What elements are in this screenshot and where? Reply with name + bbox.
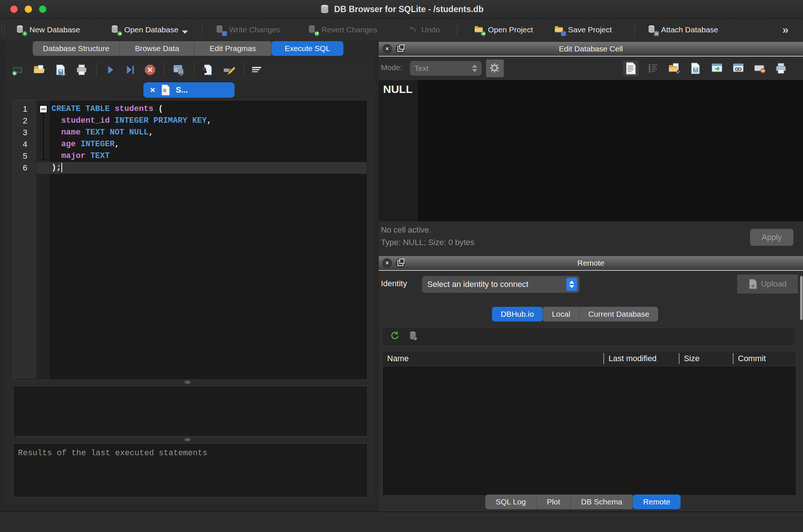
identity-select[interactable]: Select an identity to connect <box>422 276 579 293</box>
text-view-icon[interactable] <box>623 60 639 76</box>
new-database-button[interactable]: + New Database <box>15 19 80 40</box>
toolbar-overflow-button[interactable]: » <box>782 19 789 40</box>
database-open-icon: ➔ <box>110 25 121 35</box>
cell-status-line1: No cell active. <box>381 225 431 235</box>
chevron-down-icon[interactable] <box>182 30 188 34</box>
results-grid-panel[interactable] <box>13 386 368 436</box>
copy-link-icon[interactable] <box>730 60 746 76</box>
word-wrap-icon[interactable] <box>645 60 661 76</box>
float-panel-icon[interactable] <box>396 258 405 268</box>
results-message-panel[interactable]: Results of the last executed statements <box>13 443 368 497</box>
text-cursor <box>61 163 62 172</box>
import-data-icon[interactable] <box>666 60 682 76</box>
export-sql-icon[interactable] <box>200 62 215 77</box>
column-header-last-modified[interactable]: Last modified <box>603 353 679 364</box>
tab-dbhub[interactable]: DBHub.io <box>492 307 543 321</box>
save-sql-file-icon[interactable] <box>53 62 68 77</box>
tab-remote[interactable]: Remote <box>633 495 681 509</box>
project-save-icon <box>554 25 564 35</box>
pane-splitter[interactable] <box>375 40 379 511</box>
code-line[interactable]: age INTEGER, <box>37 139 367 150</box>
open-external-icon[interactable] <box>709 60 725 76</box>
remote-file-table[interactable]: Name Last modified Size Commit <box>382 351 796 496</box>
refresh-icon[interactable] <box>389 331 400 342</box>
tab-plot[interactable]: Plot <box>536 495 571 509</box>
print-cell-icon[interactable] <box>773 60 789 76</box>
code-line[interactable]: major TEXT <box>37 150 367 162</box>
code-token: major <box>61 151 90 161</box>
link-badge-icon: ∞ <box>654 31 659 36</box>
toolbar-separator <box>243 63 244 76</box>
window-title: DB Browser for SQLite - /students.db <box>334 4 483 14</box>
tab-edit-pragmas[interactable]: Edit Pragmas <box>194 41 271 56</box>
new-tab-icon[interactable] <box>10 62 25 77</box>
write-changes-button[interactable]: Write Changes <box>215 19 280 40</box>
fold-collapse-icon[interactable] <box>39 105 47 113</box>
undo-button[interactable]: Undo <box>407 19 440 40</box>
sql-editor-toolbar <box>5 59 375 82</box>
column-header-name[interactable]: Name <box>383 353 603 364</box>
undo-icon <box>407 25 418 35</box>
close-panel-icon[interactable]: × <box>382 258 392 268</box>
table-header-row: Name Last modified Size Commit <box>383 351 796 366</box>
splitter-handle[interactable] <box>185 381 190 384</box>
tab-db-schema[interactable]: DB Schema <box>571 495 633 509</box>
open-database-button[interactable]: ➔ Open Database <box>110 19 188 40</box>
float-panel-icon[interactable] <box>396 44 405 54</box>
upload-button[interactable]: Upload <box>737 274 798 294</box>
export-data-icon[interactable] <box>688 60 704 76</box>
splitter-handle[interactable] <box>185 438 190 441</box>
apply-button[interactable]: Apply <box>750 229 793 246</box>
column-header-size[interactable]: Size <box>679 353 733 364</box>
auto-apply-gear-icon[interactable] <box>486 60 504 77</box>
code-lines: CREATE TABLE students ( student_id INTEG… <box>37 100 367 174</box>
identity-value: Select an identity to connect <box>427 280 528 289</box>
tab-browse-data[interactable]: Browse Data <box>120 41 194 56</box>
line-number-gutter: 123456 <box>14 100 37 379</box>
tab-local[interactable]: Local <box>543 307 579 321</box>
column-header-commit[interactable]: Commit <box>733 353 795 364</box>
line-numbers: 123456 <box>14 100 36 174</box>
code-line[interactable]: name TEXT NOT NULL, <box>37 127 367 139</box>
execute-line-icon[interactable] <box>123 62 138 77</box>
open-project-button[interactable]: ➔ Open Project <box>474 19 533 40</box>
toolbar-separator <box>96 63 97 76</box>
save-project-button[interactable]: Save Project <box>554 19 612 40</box>
code-token: TEXT <box>90 151 110 161</box>
stop-icon[interactable] <box>143 62 157 77</box>
close-panel-icon[interactable]: × <box>382 44 392 54</box>
code-line[interactable]: ); <box>37 162 367 174</box>
code-line[interactable]: CREATE TABLE students ( <box>37 103 367 115</box>
cell-editor-area[interactable]: NULL <box>379 80 803 221</box>
mode-select[interactable]: Text <box>410 61 482 76</box>
tab-sql-log[interactable]: SQL Log <box>485 495 536 509</box>
set-null-icon[interactable] <box>752 60 768 76</box>
toolbar-drag-handle[interactable] <box>1 25 5 35</box>
format-sql-icon[interactable] <box>221 62 236 77</box>
attach-database-button[interactable]: ∞ Attach Database <box>647 19 718 40</box>
clone-database-icon[interactable] <box>408 331 418 342</box>
tab-execute-sql[interactable]: Execute SQL <box>271 41 343 56</box>
revert-badge-icon: ↺ <box>314 31 319 36</box>
print-icon[interactable] <box>74 62 89 77</box>
code-line[interactable]: student_id INTEGER PRIMARY KEY, <box>37 115 367 127</box>
toggle-results-icon[interactable] <box>249 62 264 77</box>
execute-sql-icon[interactable] <box>103 62 118 77</box>
code-token: , <box>115 140 119 149</box>
close-tab-icon[interactable]: × <box>150 86 155 94</box>
code-token: , <box>207 116 211 125</box>
open-sql-file-icon[interactable] <box>32 62 46 77</box>
code-token: name <box>61 128 85 137</box>
results-placeholder-text: Results of the last executed statements <box>14 443 367 463</box>
save-results-icon[interactable] <box>171 62 186 77</box>
database-write-icon <box>215 25 225 35</box>
tab-database-structure[interactable]: Database Structure <box>33 41 120 56</box>
code-token <box>51 140 61 149</box>
tab-current-database[interactable]: Current Database <box>579 307 658 321</box>
code-token <box>51 151 61 161</box>
sql-code-editor[interactable]: 123456 CREATE TABLE students ( student_i… <box>13 100 368 380</box>
revert-changes-button[interactable]: ↺ Revert Changes <box>307 19 377 40</box>
sql-document-tab[interactable]: × S... <box>143 82 235 98</box>
code-token: INTEGER PRIMARY KEY <box>115 116 207 125</box>
scrollbar[interactable] <box>800 276 803 320</box>
